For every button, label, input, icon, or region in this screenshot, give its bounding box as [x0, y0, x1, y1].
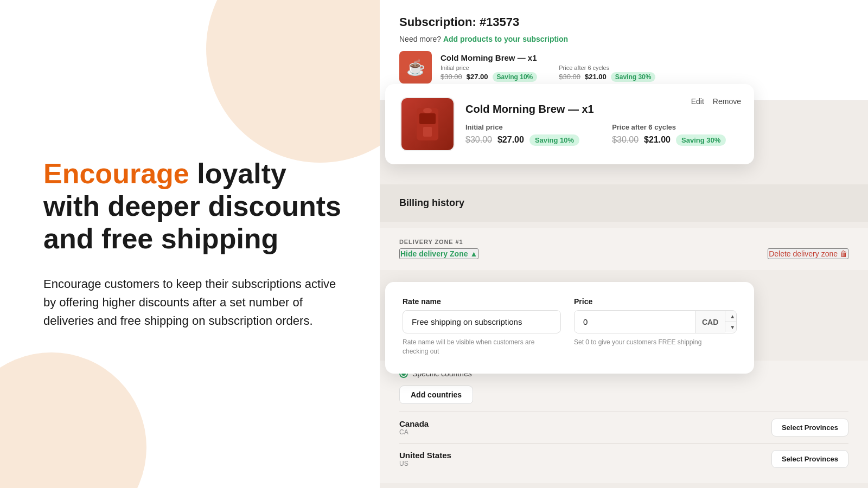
saving-badge-10: Saving 10%: [493, 72, 538, 82]
after-cycles-label: Price after 6 cycles: [612, 123, 726, 131]
spinner-down[interactable]: ▼: [725, 322, 737, 332]
price-field: Price CAD ▲ ▼ Set 0 to give your custome…: [574, 297, 737, 347]
select-provinces-canada-button[interactable]: Select Provinces: [771, 419, 848, 436]
product-actions: Edit Remove: [691, 97, 741, 106]
remove-button[interactable]: Remove: [713, 97, 741, 106]
country-row-canada: Canada CA Select Provinces: [399, 412, 848, 443]
edit-button[interactable]: Edit: [691, 97, 704, 106]
rate-name-input[interactable]: [403, 310, 561, 333]
product-row-bg: ☕ Cold Morning Brew — x1 Initial price $…: [399, 51, 848, 84]
billing-title: Billing history: [399, 197, 848, 209]
rate-row: Rate name Rate name will be visible when…: [403, 297, 737, 356]
trash-icon: 🗑: [840, 249, 847, 258]
price-label: Price: [574, 297, 737, 306]
country-info-canada: Canada CA: [399, 419, 429, 436]
delivery-zone-actions: Hide delivery Zone ▲ Delete delivery zon…: [399, 248, 848, 259]
after-cycles-discounted: $21.00: [644, 135, 671, 145]
chevron-up-icon: ▲: [470, 249, 477, 258]
country-name-us: United States: [399, 451, 451, 460]
delivery-section: DELIVERY ZONE #1 Hide delivery Zone ▲ De…: [380, 228, 868, 270]
after-cycles-saving-badge: Saving 30%: [676, 134, 726, 146]
subscription-title: Subscription: #13573: [399, 15, 848, 29]
billing-section: Billing history: [380, 184, 868, 222]
subtext: Encourage customers to keep their subscr…: [43, 275, 347, 330]
right-panel: Subscription: #13573 Need more? Add prod…: [380, 0, 868, 488]
left-panel: Encourage loyalty with deeper discounts …: [0, 0, 391, 488]
country-row-us: United States US Select Provinces: [399, 443, 848, 474]
initial-price-discounted: $27.00: [497, 135, 524, 145]
initial-price-label: Initial price: [465, 123, 579, 131]
delete-zone-button[interactable]: Delete delivery zone 🗑: [768, 248, 848, 259]
rate-name-field: Rate name Rate name will be visible when…: [403, 297, 561, 356]
after-cycles-price-group: Price after 6 cycles $30.00 $21.00 Savin…: [612, 123, 726, 146]
product-name-bg: Cold Morning Brew — x1: [441, 53, 848, 62]
price-currency: CAD: [695, 311, 725, 333]
price-input-wrapper: CAD ▲ ▼: [574, 310, 737, 333]
product-details: Cold Morning Brew — x1 Initial price $30…: [465, 103, 739, 146]
initial-saving-badge: Saving 10%: [529, 134, 579, 146]
after-cycles-original: $30.00: [612, 135, 639, 145]
main-headline: Encourage loyalty with deeper discounts …: [43, 158, 347, 255]
delivery-zone-label: DELIVERY ZONE #1: [399, 239, 848, 245]
saving-badge-30: Saving 30%: [611, 72, 656, 82]
product-info-bg: Cold Morning Brew — x1 Initial price $30…: [441, 53, 848, 82]
country-name-canada: Canada: [399, 419, 429, 428]
add-products-link[interactable]: Add products to your subscription: [443, 35, 568, 43]
price-section: Initial price $30.00 $27.00 Saving 10% P…: [465, 123, 739, 146]
product-image: [400, 97, 455, 151]
product-thumb-bg: ☕: [399, 51, 432, 84]
svg-point-2: [423, 108, 432, 113]
rate-card-float: Rate name Rate name will be visible when…: [385, 282, 754, 374]
price-spinner: ▲ ▼: [725, 311, 737, 332]
country-code-canada: CA: [399, 428, 429, 436]
spinner-up[interactable]: ▲: [725, 311, 737, 322]
hide-zone-button[interactable]: Hide delivery Zone ▲: [399, 248, 478, 259]
rate-name-hint: Rate name will be visible when customers…: [403, 338, 561, 356]
price-input[interactable]: [575, 311, 695, 333]
country-code-us: US: [399, 460, 451, 467]
svg-rect-1: [419, 113, 436, 124]
need-more-text: Need more? Add products to your subscrip…: [399, 35, 848, 43]
select-provinces-us-button[interactable]: Select Provinces: [771, 450, 848, 468]
rate-name-label: Rate name: [403, 297, 561, 306]
svg-rect-3: [423, 127, 432, 137]
initial-price-original: $30.00: [465, 135, 492, 145]
product-card-float: Cold Morning Brew — x1 Initial price $30…: [385, 84, 754, 164]
initial-price-group: Initial price $30.00 $27.00 Saving 10%: [465, 123, 579, 146]
countries-section: Specific countries Add countries Canada …: [380, 361, 868, 483]
left-content: Encourage loyalty with deeper discounts …: [43, 158, 347, 330]
headline-highlight: Encourage: [43, 158, 189, 189]
add-countries-button[interactable]: Add countries: [399, 386, 473, 404]
price-hint: Set 0 to give your customers FREE shippi…: [574, 338, 737, 347]
country-info-us: United States US: [399, 451, 451, 467]
